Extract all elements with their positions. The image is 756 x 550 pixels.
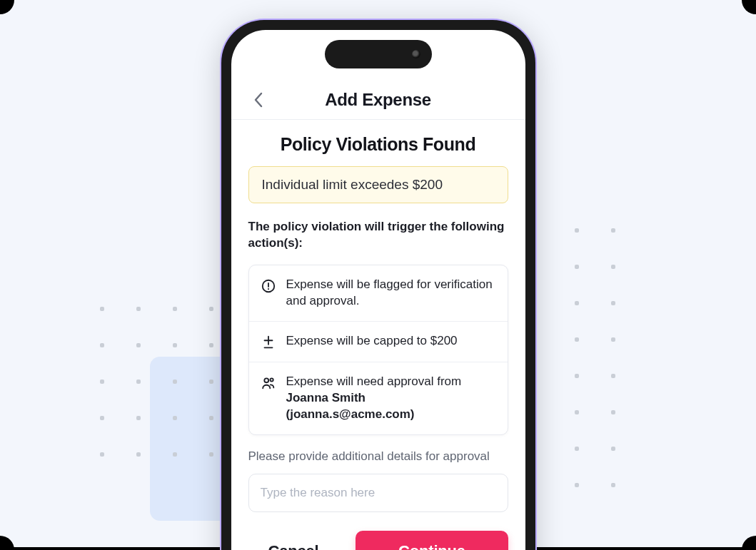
action-text: Expense will need approval from Joanna S…	[286, 374, 496, 423]
decorative-dots-right	[575, 228, 615, 487]
action-item-approver: Expense will need approval from Joanna S…	[249, 362, 508, 434]
decorative-dots-left	[100, 307, 213, 457]
navbar: Add Expense	[231, 80, 525, 120]
footer: Cancel Continue	[248, 531, 508, 550]
details-prompt: Please provide additional details for ap…	[248, 449, 508, 464]
back-button[interactable]	[248, 90, 268, 110]
users-icon	[261, 375, 276, 391]
svg-point-2	[267, 288, 268, 290]
actions-card: Expense will be flagged for verification…	[248, 265, 508, 435]
violation-alert: Individual limit exceedes $200	[248, 166, 508, 203]
phone-notch	[325, 40, 432, 68]
stage: Add Expense Policy Violations Found Indi…	[0, 0, 756, 550]
nav-title: Add Expense	[325, 90, 431, 110]
action-text: Expense will be flagged for verification…	[286, 277, 496, 310]
reason-input[interactable]	[248, 474, 508, 512]
continue-button[interactable]: Continue	[356, 531, 508, 550]
page-heading: Policy Violations Found	[248, 134, 508, 155]
phone-screen: Add Expense Policy Violations Found Indi…	[231, 30, 525, 550]
violation-alert-text: Individual limit exceedes $200	[262, 177, 443, 192]
action-text: Expense will be capped to $200	[286, 333, 458, 350]
alert-circle-icon	[261, 278, 276, 294]
plus-minus-icon	[261, 335, 276, 350]
action-item-cap: Expense will be capped to $200	[249, 321, 508, 362]
actions-subheading: The policy violation will trigger the fo…	[248, 219, 508, 252]
svg-point-7	[270, 378, 273, 381]
action-text-prefix: Expense will need approval from	[286, 375, 462, 388]
chevron-left-icon	[253, 92, 263, 108]
approver-name: Joanna Smith (joanna.s@acme.com)	[286, 391, 415, 421]
svg-point-6	[264, 378, 268, 382]
phone-frame: Add Expense Policy Violations Found Indi…	[221, 20, 535, 550]
action-item-flag: Expense will be flagged for verification…	[249, 265, 508, 321]
cancel-button[interactable]: Cancel	[248, 531, 339, 550]
